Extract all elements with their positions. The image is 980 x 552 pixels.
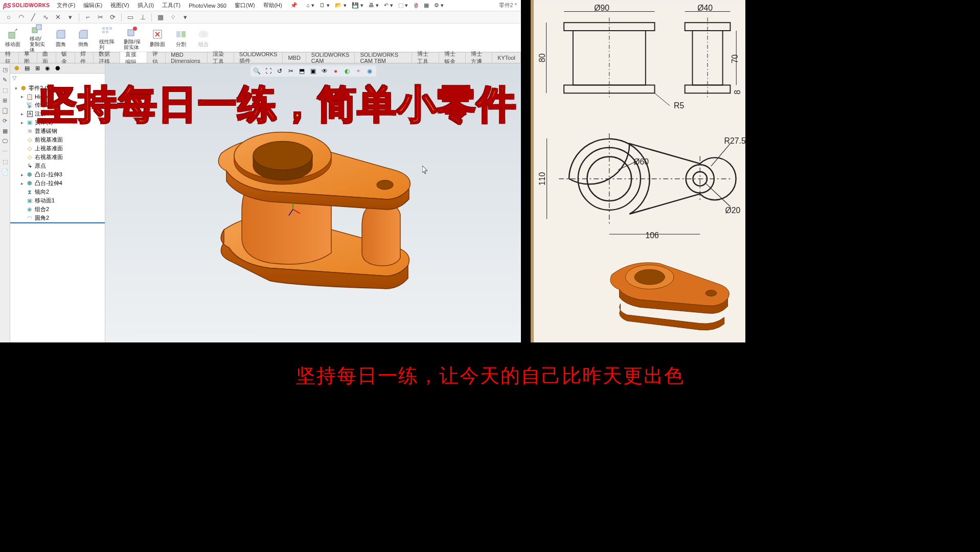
- chamfer-button[interactable]: 倒角: [75, 27, 92, 48]
- pin-icon[interactable]: 📌: [286, 2, 302, 9]
- display-tab-icon[interactable]: ◉: [43, 64, 52, 73]
- tab-评估[interactable]: 评估: [147, 52, 166, 63]
- new-icon[interactable]: 🗋 ▾: [318, 2, 331, 9]
- select-icon[interactable]: ⬚ ▾: [397, 2, 409, 9]
- zoom-area-icon[interactable]: ⛶: [264, 66, 273, 76]
- menu-edit[interactable]: 编辑(E): [79, 2, 106, 9]
- tree-sensors[interactable]: 📡传感器: [10, 101, 105, 109]
- perp-icon[interactable]: ⊥: [138, 13, 147, 22]
- line-icon[interactable]: ╱: [29, 13, 38, 22]
- options-icon[interactable]: ▦: [422, 2, 430, 9]
- rebuild-icon[interactable]: 🛢: [412, 3, 420, 9]
- tree-front-plane[interactable]: ◇前视基准面: [10, 135, 105, 144]
- config-tab-icon[interactable]: ⊞: [33, 64, 42, 73]
- tree-root[interactable]: ▾⬢零件2 (默: [10, 84, 105, 93]
- tree-combine2[interactable]: ◉组合2: [10, 205, 105, 214]
- undo-icon[interactable]: ↶ ▾: [382, 2, 395, 9]
- tab-SOLIDWORKS CAM[interactable]: SOLIDWORKS CAM: [306, 52, 355, 63]
- menu-photoview[interactable]: PhotoView 360: [185, 3, 231, 9]
- rail-icon[interactable]: 🖵: [1, 137, 9, 145]
- render-icon[interactable]: ◉: [365, 66, 374, 76]
- section-icon[interactable]: ✂: [286, 66, 295, 76]
- hide-show-icon[interactable]: 👁: [320, 66, 329, 76]
- print-icon[interactable]: 🖶 ▾: [367, 2, 380, 9]
- menu-insert[interactable]: 插入(I): [133, 2, 158, 9]
- rail-icon[interactable]: ⟳: [1, 117, 9, 125]
- 3d-viewport[interactable]: 🔍 ⛶ ↺ ✂ ⬒ ▣ 👁 ● ◐ ✦ ◉: [105, 63, 521, 342]
- settings-icon[interactable]: ⚙ ▾: [432, 2, 445, 9]
- tab-博士钣金[interactable]: 博士钣金: [439, 52, 466, 63]
- delete-face-button[interactable]: 删除面: [148, 27, 167, 48]
- props-tab-icon[interactable]: ▤: [22, 64, 32, 73]
- tree-move-face1[interactable]: ▣移动面1: [10, 196, 105, 205]
- tab-曲面[interactable]: 曲面: [37, 52, 56, 63]
- view-orient-icon[interactable]: ⬒: [298, 66, 307, 76]
- arc-icon[interactable]: ◠: [16, 13, 26, 22]
- tree-history[interactable]: ▸📋Histor: [10, 93, 105, 101]
- pattern-icon[interactable]: ⁘: [168, 13, 177, 22]
- tree-origin[interactable]: ↳原点: [10, 162, 105, 170]
- menu-tools[interactable]: 工具(T): [158, 2, 185, 9]
- zoom-fit-icon[interactable]: 🔍: [253, 66, 262, 76]
- tab-MBD[interactable]: MBD: [283, 52, 306, 63]
- combine-button[interactable]: 组合: [195, 27, 212, 48]
- convert-icon[interactable]: ⟳: [108, 13, 117, 22]
- cam-tab-icon[interactable]: ⬣: [53, 64, 62, 73]
- tree-tab-icon[interactable]: ⬢: [12, 64, 21, 73]
- tab-KYTool[interactable]: KYTool: [492, 52, 521, 63]
- rect-icon[interactable]: ▭: [126, 13, 135, 22]
- tree-annotations[interactable]: ▸🄰注解: [10, 109, 105, 118]
- menu-view[interactable]: 视图(V): [106, 2, 133, 9]
- dropdown-icon[interactable]: ▾: [65, 13, 75, 22]
- tab-草图[interactable]: 草图: [19, 52, 38, 63]
- rail-icon[interactable]: ✎: [1, 76, 9, 84]
- edit-appearance-icon[interactable]: ●: [331, 66, 340, 76]
- display-style-icon[interactable]: ▣: [309, 66, 318, 76]
- tab-特征[interactable]: 特征: [0, 52, 19, 63]
- tree-extrude4[interactable]: ▸⬢凸台-拉伸4: [10, 179, 105, 188]
- fillet-button[interactable]: 圆角: [52, 27, 70, 48]
- menu-window[interactable]: 窗口(W): [231, 2, 259, 9]
- rail-icon[interactable]: 📋: [1, 106, 9, 114]
- tab-数据迁移[interactable]: 数据迁移: [94, 52, 120, 63]
- menu-help[interactable]: 帮助(H): [259, 2, 286, 9]
- circle-icon[interactable]: ○: [4, 13, 13, 22]
- spline-icon[interactable]: ∿: [41, 13, 50, 22]
- delete-keep-button[interactable]: 删除/保 留实体: [122, 25, 143, 51]
- point-icon[interactable]: ✕: [53, 13, 62, 22]
- tree-mirror2[interactable]: ⧗镜向2: [10, 188, 105, 196]
- move-copy-body-button[interactable]: 移动/ 复制实 体: [28, 21, 47, 54]
- prev-view-icon[interactable]: ↺: [275, 66, 284, 76]
- tab-直接编辑[interactable]: 直接编辑: [120, 52, 147, 63]
- rail-icon[interactable]: 📄: [1, 168, 9, 176]
- rail-icon[interactable]: ◳: [1, 65, 9, 74]
- grid-icon[interactable]: ▦: [156, 13, 165, 22]
- move-face-button[interactable]: 移动面: [3, 27, 22, 48]
- save-icon[interactable]: 💾 ▾: [350, 2, 365, 9]
- split-button[interactable]: 分割: [172, 27, 190, 48]
- tree-solid-bodies[interactable]: ▸▣实体(1): [10, 118, 105, 127]
- open-icon[interactable]: 📂 ▾: [333, 2, 348, 9]
- tab-渲染工具[interactable]: 渲染工具: [208, 52, 234, 63]
- tab-SOLIDWORKS 插件[interactable]: SOLIDWORKS 插件: [234, 52, 283, 63]
- tab-MBD Dimensions[interactable]: MBD Dimensions: [166, 52, 207, 63]
- rail-icon[interactable]: ⋯: [1, 147, 9, 155]
- corner-icon[interactable]: ⌐: [83, 13, 93, 22]
- rail-icon[interactable]: ▦: [1, 127, 9, 135]
- tab-SOLIDWORKS CAM TBM[interactable]: SOLIDWORKS CAM TBM: [355, 52, 412, 63]
- funnel-icon[interactable]: ▽: [12, 75, 19, 82]
- tree-top-plane[interactable]: ◇上视基准面: [10, 144, 105, 153]
- tree-extrude3[interactable]: ▸⬢凸台-拉伸3: [10, 170, 105, 179]
- tree-material[interactable]: ≋普通碳钢: [10, 127, 105, 135]
- dropdown-icon[interactable]: ▾: [180, 13, 190, 22]
- home-icon[interactable]: ⌂ ▾: [305, 2, 316, 9]
- tree-right-plane[interactable]: ◇右视基准面: [10, 153, 105, 162]
- rail-icon[interactable]: ⬚: [1, 157, 9, 166]
- linear-pattern-button[interactable]: 线性阵 列: [97, 25, 117, 51]
- tab-焊件[interactable]: 焊件: [75, 52, 94, 63]
- trim-icon[interactable]: ✂: [96, 13, 105, 22]
- tree-fillet2[interactable]: ◠圆角2: [10, 214, 105, 223]
- menu-file[interactable]: 文件(F): [53, 2, 79, 9]
- tab-博士工具[interactable]: 博士工具: [412, 52, 439, 63]
- rail-icon[interactable]: ⊞: [1, 96, 9, 104]
